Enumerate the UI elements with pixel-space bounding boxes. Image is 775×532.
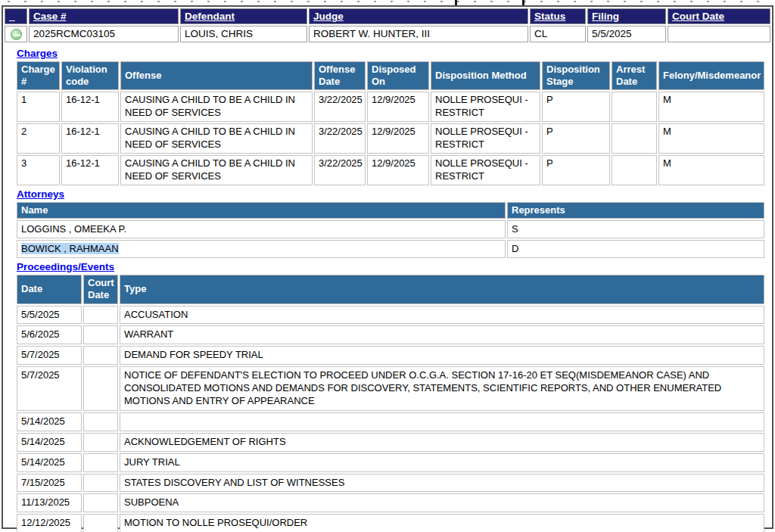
proceeding-type-cell: ACKNOWLEDGEMENT OF RIGHTS (120, 433, 764, 452)
proceeding-court-date-cell (83, 306, 118, 325)
violation-code-cell: 16-12-1 (61, 155, 119, 185)
charges-section-link[interactable]: Charges (17, 48, 58, 59)
charges-header-row: Charge # Violation code Offense Offense … (17, 61, 764, 91)
proceeding-row: 5/7/2025 NOTICE OF DEFENDANT'S ELECTION … (17, 366, 764, 411)
proceeding-row: 5/14/2025 JURY TRIAL (17, 453, 764, 472)
proceeding-type-cell (120, 412, 764, 431)
offense-cell: CAUSING A CHILD TO BE A CHILD IN NEED OF… (120, 155, 313, 185)
proceeding-row: 5/6/2025 WARRANT (17, 325, 764, 344)
col-header-charge-no: Charge # (17, 61, 60, 91)
col-header-defendant[interactable]: Defendant (180, 8, 307, 24)
defendant-cell: LOUIS, CHRIS (180, 26, 307, 42)
arrest-date-cell (612, 92, 657, 122)
arrest-date-cell (612, 123, 657, 154)
proceeding-date-cell: 5/7/2025 (17, 346, 82, 365)
proceeding-type-cell: JURY TRIAL (120, 453, 764, 472)
col-header-filing[interactable]: Filing (587, 8, 666, 24)
offense-date-cell: 3/22/2025 (314, 155, 366, 185)
proceeding-date-cell: 12/12/2025 (17, 514, 82, 532)
proceeding-court-date-cell (83, 433, 118, 452)
proceeding-court-date-cell (83, 366, 118, 411)
col-header-status[interactable]: Status (530, 8, 586, 24)
case-summary-table: _ Case # Defendant Judge Status Filing C… (3, 7, 772, 44)
attorneys-section-link[interactable]: Attorneys (17, 188, 64, 200)
offense-date-cell: 3/22/2025 (314, 123, 366, 154)
col-header-disposed-on: Disposed On (367, 61, 429, 91)
charges-table: Charge # Violation code Offense Offense … (15, 60, 766, 187)
proceeding-row: 5/5/2025 ACCUSATION (17, 306, 764, 325)
charge-row: 3 16-12-1 CAUSING A CHILD TO BE A CHILD … (17, 155, 764, 185)
offense-cell: CAUSING A CHILD TO BE A CHILD IN NEED OF… (120, 123, 313, 154)
disposition-stage-cell: P (542, 155, 610, 185)
proceeding-type-cell: ACCUSATION (120, 306, 764, 325)
offense-date-cell: 3/22/2025 (314, 92, 366, 122)
clipped-text-fragment (8, 1, 767, 2)
collapse-cell (5, 26, 27, 42)
charge-no-cell: 2 (17, 123, 60, 154)
proceeding-court-date-cell (83, 346, 118, 365)
col-header-date: Date (17, 275, 82, 304)
proceeding-date-cell: 5/14/2025 (17, 453, 82, 472)
proceedings-section-link[interactable]: Proceedings/Events (17, 261, 114, 272)
proceeding-date-cell: 5/6/2025 (17, 325, 82, 344)
represents-cell: D (507, 240, 764, 258)
charge-no-cell: 3 (17, 155, 60, 185)
col-header-disposition-method: Disposition Method (431, 61, 540, 91)
case-detail-panel: _ Case # Defendant Judge Status Filing C… (2, 5, 773, 529)
proceedings-table: Date Court Date Type 5/5/2025 ACCUSATION… (15, 273, 766, 532)
col-header-violation-code: Violation code (61, 61, 119, 91)
proceeding-type-cell: MOTION TO NOLLE PROSEQUI/ORDER (120, 514, 764, 532)
collapse-column-header: _ (5, 8, 27, 24)
felony-misdemeanor-cell: M (658, 92, 764, 122)
proceeding-row: 5/14/2025 ACKNOWLEDGEMENT OF RIGHTS (17, 433, 764, 452)
proceeding-type-cell: DEMAND FOR SPEEDY TRIAL (120, 346, 764, 365)
felony-misdemeanor-cell: M (658, 155, 764, 185)
proceeding-court-date-cell (83, 412, 118, 431)
proceeding-date-cell: 11/13/2025 (17, 493, 82, 512)
proceedings-header-row: Date Court Date Type (17, 275, 764, 304)
proceeding-court-date-cell (83, 325, 118, 344)
attorney-name-cell: LOGGINS , OMEEKA P. (17, 220, 506, 238)
arrest-date-cell (612, 155, 657, 185)
col-header-name: Name (17, 202, 506, 219)
filing-cell: 5/5/2025 (587, 26, 666, 42)
col-header-judge[interactable]: Judge (309, 8, 528, 24)
col-header-court-date[interactable]: Court Date (668, 8, 770, 24)
disposition-method-cell: NOLLE PROSEQUI - RESTRICT (431, 92, 540, 122)
proceeding-row: 5/7/2025 DEMAND FOR SPEEDY TRIAL (17, 346, 764, 365)
proceeding-date-cell: 5/14/2025 (17, 433, 82, 452)
felony-misdemeanor-cell: M (658, 123, 764, 154)
proceeding-type-cell: WARRANT (120, 325, 764, 344)
col-header-felony-misdemeanor: Felony/Misdemeanor (658, 61, 764, 91)
attorney-name-text: BOWICK , RAHMAAN (21, 243, 119, 254)
case-number-cell: 2025RCMC03105 (29, 26, 179, 42)
col-header-disposition-stage: Disposition Stage (542, 61, 610, 91)
proceeding-date-cell: 5/7/2025 (17, 366, 82, 411)
col-header-case-number[interactable]: Case # (29, 8, 179, 24)
proceeding-type-cell: STATES DISCOVERY AND LIST OF WITNESSES (120, 474, 764, 493)
attorneys-table: Name Represents LOGGINS , OMEEKA P. S BO… (15, 201, 766, 260)
case-summary-header-row: _ Case # Defendant Judge Status Filing C… (5, 8, 770, 24)
disposition-method-cell: NOLLE PROSEQUI - RESTRICT (431, 155, 540, 185)
charge-row: 1 16-12-1 CAUSING A CHILD TO BE A CHILD … (17, 92, 764, 122)
col-header-represents: Represents (507, 202, 764, 219)
proceeding-row: 7/15/2025 STATES DISCOVERY AND LIST OF W… (17, 474, 764, 493)
proceeding-type-cell: SUBPOENA (120, 493, 764, 512)
col-header-offense: Offense (120, 61, 313, 91)
disposed-on-cell: 12/9/2025 (367, 123, 429, 154)
offense-cell: CAUSING A CHILD TO BE A CHILD IN NEED OF… (120, 92, 313, 122)
proceeding-row: 5/14/2025 (17, 412, 764, 431)
col-header-court-date: Court Date (83, 275, 118, 304)
disposition-method-cell: NOLLE PROSEQUI - RESTRICT (431, 123, 540, 154)
attorney-name-text: LOGGINS , OMEEKA P. (21, 223, 126, 235)
proceeding-court-date-cell (83, 493, 118, 512)
violation-code-cell: 16-12-1 (61, 123, 119, 154)
proceeding-row: 11/13/2025 SUBPOENA (17, 493, 764, 512)
clipped-text-fragment (455, 0, 457, 5)
status-cell: CL (530, 26, 586, 42)
collapse-minus-icon[interactable] (11, 29, 22, 40)
violation-code-cell: 16-12-1 (61, 92, 119, 122)
clipped-text-fragment (522, 0, 524, 5)
attorneys-header-row: Name Represents (17, 202, 764, 219)
attorney-row: BOWICK , RAHMAAN D (17, 240, 764, 258)
